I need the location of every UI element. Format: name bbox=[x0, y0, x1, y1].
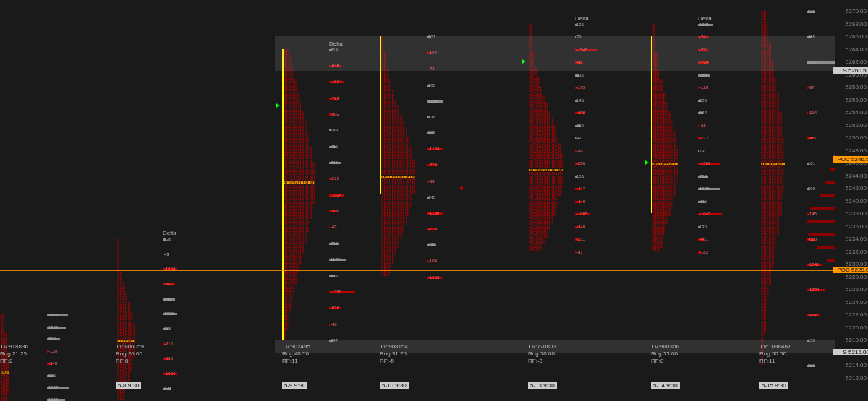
delta-value: 1116 bbox=[428, 99, 438, 103]
stat-rf: RF:11 bbox=[282, 358, 310, 365]
delta-value: -231 bbox=[576, 237, 585, 241]
session-stats: TV:806059Rng:26.00RF:0 bbox=[116, 343, 144, 365]
price-tick: 5254.00 bbox=[836, 109, 867, 116]
delta-value: 506 bbox=[48, 374, 56, 378]
delta-value: 200 bbox=[428, 83, 435, 87]
delta-value: -698 bbox=[576, 111, 585, 115]
delta-value: 125 bbox=[576, 22, 584, 27]
delta-value: 845 bbox=[164, 297, 171, 301]
delta-value: 890 bbox=[48, 337, 56, 341]
delta-value: 436 bbox=[331, 145, 338, 149]
delta-value: -340 bbox=[48, 361, 57, 366]
delta-value: 703 bbox=[699, 174, 707, 178]
delta-value: -348 bbox=[576, 225, 585, 229]
delta-value: -302 bbox=[331, 112, 339, 116]
delta-value: -401 bbox=[699, 237, 708, 241]
delta-value: -713 bbox=[428, 227, 437, 231]
poc-arrow-icon bbox=[645, 160, 649, 165]
price-tick: 5250.00 bbox=[836, 134, 867, 141]
price-tick: 5262.00 bbox=[836, 59, 867, 65]
delta-value: 403 bbox=[331, 274, 338, 278]
tpo-row: ABC bbox=[381, 273, 389, 275]
delta-value: 1548 bbox=[699, 186, 709, 191]
initial-balance-bar bbox=[282, 49, 284, 340]
delta-value: -182 bbox=[699, 250, 708, 254]
poc-line bbox=[0, 160, 835, 160]
delta-header: Delta bbox=[575, 15, 589, 22]
delta-value: 149 bbox=[331, 128, 338, 132]
s-level-label: S 5216.00 bbox=[833, 349, 868, 355]
delta-value: -120 bbox=[699, 85, 708, 90]
delta-value: 1303 bbox=[48, 325, 58, 329]
delta-value: 42 bbox=[576, 136, 582, 140]
price-tick: 5228.00 bbox=[836, 274, 867, 280]
delta-value: -776 bbox=[428, 163, 437, 167]
session-date-label: 5-15 9:30 bbox=[760, 382, 788, 389]
delta-value: 1463 bbox=[48, 313, 58, 317]
poc-arrow-icon bbox=[276, 103, 280, 108]
delta-value: 1240 bbox=[48, 397, 58, 401]
delta-value: 1507 bbox=[48, 385, 58, 389]
price-tick: 5220.00 bbox=[836, 324, 867, 331]
delta-value: -99 bbox=[576, 149, 583, 153]
delta-value: -104 bbox=[428, 259, 437, 263]
price-tick: 5226.00 bbox=[836, 286, 867, 293]
delta-value: -440 bbox=[576, 199, 585, 204]
delta-value: 784 bbox=[699, 73, 707, 77]
delta-value: 43 bbox=[164, 252, 169, 256]
delta-value: -1124 bbox=[428, 147, 439, 151]
delta-value: -842 bbox=[164, 282, 173, 286]
session-profile[interactable]: MMMMMMMNMNMNMNMNMNMNOMNOMNOMNOMNOMNOMNOM… bbox=[0, 0, 116, 390]
price-tick: 5242.00 bbox=[836, 185, 867, 191]
delta-value: -210 bbox=[164, 342, 173, 346]
delta-value: 206 bbox=[699, 98, 707, 103]
delta-bar bbox=[329, 324, 330, 326]
delta-value: 236 bbox=[428, 115, 435, 119]
stat-rf: RF:0 bbox=[651, 358, 679, 365]
price-tick: 5258.00 bbox=[836, 84, 867, 90]
value-area-shade bbox=[275, 340, 835, 353]
delta-value: -68 bbox=[699, 124, 706, 128]
delta-value: -1005 bbox=[576, 212, 587, 216]
value-area-shade bbox=[275, 36, 835, 71]
price-tick: 5256.00 bbox=[836, 97, 867, 103]
price-tick: 5264.00 bbox=[836, 46, 867, 53]
delta-value: -1130 bbox=[428, 211, 439, 215]
stat-tv: TV:806059 bbox=[116, 343, 144, 350]
delta-value: -506 bbox=[164, 356, 173, 361]
delta-value: -43 bbox=[331, 225, 337, 229]
delta-value: 232 bbox=[576, 73, 584, 77]
delta-value: -1643 bbox=[699, 212, 710, 216]
stat-rf: RF:11 bbox=[760, 358, 791, 365]
price-tick: 5238.00 bbox=[836, 210, 867, 217]
poc-label: POC 5229.00 bbox=[833, 267, 868, 273]
delta-value: -120 bbox=[48, 349, 57, 353]
tpo-row: B bbox=[284, 337, 286, 339]
price-tick: 5224.00 bbox=[836, 299, 867, 306]
session-date-label: 5-10 9:30 bbox=[380, 382, 409, 389]
delta-value: 13 bbox=[699, 149, 705, 153]
price-tick: 5270.00 bbox=[836, 8, 867, 14]
tpo-row: ACDEF bbox=[529, 248, 542, 250]
stat-rf: RF:-8 bbox=[528, 358, 556, 365]
stat-tv: TV:918836 bbox=[0, 343, 28, 350]
delta-value: -81 bbox=[576, 250, 583, 254]
delta-value: 226 bbox=[164, 237, 171, 241]
price-tick: 5234.00 bbox=[836, 236, 867, 242]
delta-value: -1569 bbox=[699, 161, 710, 165]
tpo-chart-canvas[interactable]: MMMMMMMNMNMNMNMNMNMNOMNOMNOMNOMNOMNOMNOM… bbox=[0, 0, 835, 401]
delta-header: Delta bbox=[698, 15, 712, 22]
delta-value: 845 bbox=[331, 160, 338, 165]
delta-value: 156 bbox=[576, 174, 584, 178]
session-date-label: 5-8 9:30 bbox=[116, 382, 141, 389]
tpo-row: ABC bbox=[652, 248, 660, 250]
delta-value: -1780 bbox=[331, 290, 341, 294]
session-profile[interactable]: CCCCCCCCCCCDCDCDCDCDECDECDECDEFCDEFCDEFC… bbox=[116, 0, 231, 390]
stat-rf: RF:2 bbox=[0, 358, 28, 365]
poc-label: POC 5246.50 bbox=[833, 156, 868, 163]
delta-value: -826 bbox=[331, 306, 339, 310]
delta-value: 356 bbox=[164, 327, 171, 331]
delta-value: -286 bbox=[576, 161, 585, 165]
delta-value: 145 bbox=[428, 195, 435, 199]
delta-value: 130 bbox=[699, 225, 707, 229]
